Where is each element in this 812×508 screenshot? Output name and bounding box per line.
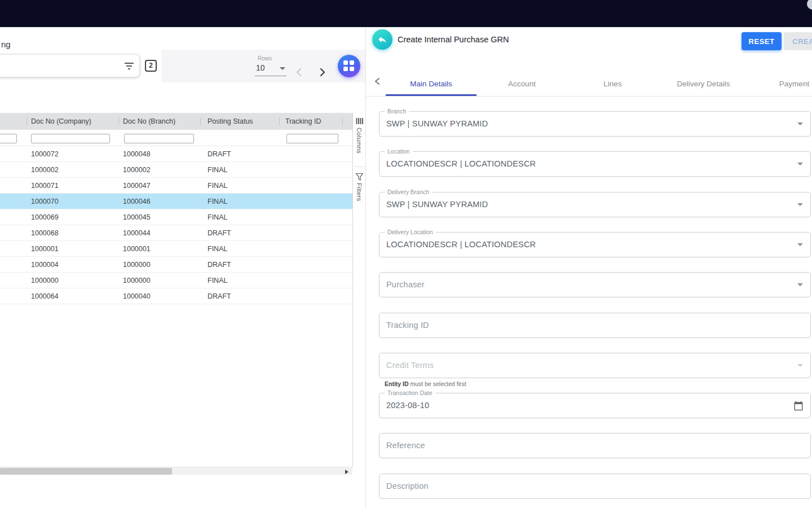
column-header-tracking-id[interactable]: Tracking ID — [285, 113, 321, 130]
side-strip-divider — [354, 167, 365, 167]
table-cell: 1000064 — [31, 288, 59, 304]
dropdown-caret-icon[interactable] — [797, 163, 803, 165]
create-button[interactable]: CREATE — [784, 32, 812, 50]
tab-main-details[interactable]: Main Details — [386, 72, 476, 96]
create-grn-panel: Create Internal Purchase GRN RESET CREAT… — [365, 27, 812, 508]
listing-title-partial: ng — [1, 40, 11, 49]
filter-input-doc-no-branch[interactable] — [124, 134, 194, 143]
back-button[interactable] — [372, 29, 392, 50]
field-value: 2023-08-10 — [386, 393, 429, 418]
field-value: SWP | SUNWAY PYRAMID — [386, 192, 488, 217]
field-placeholder: Tracking ID — [386, 313, 429, 338]
table-cell: FINAL — [208, 178, 227, 194]
column-separator — [27, 117, 27, 125]
table-row[interactable]: 10000681000044DRAFT — [0, 225, 352, 241]
dropdown-caret-icon[interactable] — [797, 122, 803, 125]
reset-button[interactable]: RESET — [742, 32, 782, 50]
filter-input-tracking-id[interactable] — [286, 134, 338, 143]
table-cell: FINAL — [208, 273, 227, 288]
search-input[interactable] — [0, 57, 118, 75]
column-header-doc-no-company[interactable]: Doc No (Company) — [31, 113, 91, 130]
field-tracking-id[interactable]: Tracking ID — [379, 313, 811, 338]
table-cell: 1000002 — [123, 162, 151, 178]
filter-funnel-icon[interactable] — [356, 173, 363, 181]
field-credit-terms[interactable]: Credit Terms — [379, 353, 811, 378]
field-placeholder: Credit Terms — [386, 353, 434, 378]
field-delivery-branch[interactable]: Delivery BranchSWP | SUNWAY PYRAMID — [379, 192, 811, 217]
table-row[interactable]: 10000021000002FINAL — [0, 162, 352, 178]
table-row[interactable]: 10000701000046FINAL — [0, 194, 352, 209]
filter-input-doc-no-company[interactable] — [31, 134, 110, 143]
table-cell: DRAFT — [208, 257, 231, 273]
table-cell: 1000044 — [123, 225, 151, 241]
table-row[interactable]: 10000011000001FINAL — [0, 241, 352, 257]
field-purchaser[interactable]: Purchaser — [379, 272, 811, 297]
table-row[interactable]: 10000721000048DRAFT — [0, 146, 352, 162]
field-branch[interactable]: BranchSWP | SUNWAY PYRAMID — [379, 111, 811, 137]
field-placeholder: Description — [386, 474, 429, 498]
apps-grid-icon — [343, 60, 355, 72]
column-separator — [279, 117, 280, 125]
field-reference[interactable]: Reference — [379, 433, 811, 458]
side-tab-columns[interactable]: Columns — [356, 128, 363, 154]
table-row[interactable]: 10000711000047FINAL — [0, 178, 352, 194]
horizontal-scrollbar[interactable] — [0, 467, 352, 475]
table-row[interactable]: 10000641000040DRAFT — [0, 288, 352, 304]
column-separator — [200, 117, 201, 125]
table-row[interactable]: 10000691000045FINAL — [0, 209, 352, 225]
table-cell: 1000048 — [123, 146, 151, 162]
column-separator — [342, 117, 343, 125]
table-cell: 1000001 — [31, 241, 59, 257]
field-description[interactable]: Description — [379, 474, 811, 499]
table-cell: DRAFT — [208, 288, 231, 304]
table-cell: 1000046 — [123, 194, 151, 209]
table-row[interactable]: 10000001000000FINAL — [0, 273, 352, 288]
user-avatar[interactable] — [807, 0, 812, 10]
previous-page-button[interactable] — [294, 67, 304, 77]
tab-lines[interactable]: Lines — [567, 72, 658, 96]
dropdown-caret-icon[interactable] — [797, 364, 803, 367]
table-cell: FINAL — [208, 241, 227, 257]
apps-grid-button[interactable] — [338, 55, 360, 77]
table-cell: 1000072 — [31, 146, 59, 162]
field-helper-text: Entity ID must be selected first — [385, 380, 466, 387]
field-transaction-date[interactable]: Transaction Date2023-08-10 — [379, 393, 811, 418]
rows-caret-icon — [280, 67, 285, 70]
table-row[interactable]: 10000041000000DRAFT — [0, 257, 352, 273]
table-cell: 1000045 — [123, 209, 151, 225]
top-app-bar — [0, 0, 812, 27]
filter-input-first-column[interactable] — [0, 134, 17, 143]
calendar-icon[interactable] — [793, 401, 804, 411]
table-cell: 1000001 — [123, 241, 151, 257]
scrollbar-right-arrow[interactable] — [345, 470, 348, 474]
table-cell: 1000000 — [31, 273, 59, 288]
dropdown-caret-icon[interactable] — [797, 283, 803, 286]
page-view-icon[interactable]: 2 — [145, 60, 157, 72]
view-columns-icon[interactable] — [356, 117, 363, 125]
side-tab-filters[interactable]: Filters — [356, 183, 363, 202]
dropdown-caret-icon[interactable] — [797, 243, 803, 246]
field-delivery-location[interactable]: Delivery LocationLOCATIONDESCR | LOCATIO… — [379, 232, 811, 257]
field-location[interactable]: LocationLOCATIONDESCR | LOCATIONDESCR — [379, 151, 811, 177]
table-body: 10000721000048DRAFT10000021000002FINAL10… — [0, 146, 352, 304]
tab-delivery-details[interactable]: Delivery Details — [658, 72, 749, 96]
table-header: Doc No (Company) Doc No (Branch) Posting… — [0, 113, 352, 130]
table-cell: DRAFT — [208, 225, 231, 241]
tabs-divider — [366, 96, 812, 97]
table-cell: FINAL — [208, 162, 227, 178]
dropdown-caret-icon[interactable] — [797, 203, 803, 206]
search-box — [0, 54, 140, 77]
table-cell: 1000000 — [123, 273, 151, 288]
column-header-posting-status[interactable]: Posting Status — [208, 113, 253, 130]
table-cell: 1000004 — [31, 257, 59, 273]
tab-payment[interactable]: Payment — [749, 72, 812, 96]
table-cell: 1000070 — [31, 194, 59, 209]
column-header-doc-no-branch[interactable]: Doc No (Branch) — [123, 113, 175, 130]
scrollbar-thumb[interactable] — [0, 468, 172, 475]
next-page-button[interactable] — [317, 67, 327, 77]
tab-account[interactable]: Account — [476, 72, 567, 96]
tab-scroll-left-button[interactable] — [373, 76, 383, 86]
filter-list-icon[interactable] — [124, 62, 134, 70]
back-arrow-icon — [377, 34, 387, 45]
table-cell: DRAFT — [208, 146, 231, 162]
